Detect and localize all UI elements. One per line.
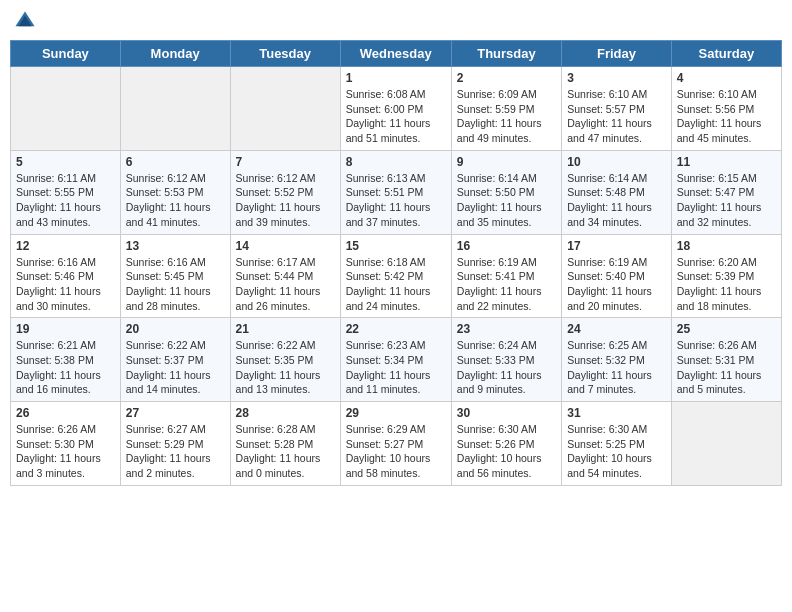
cell-content: Sunrise: 6:22 AM Sunset: 5:35 PM Dayligh… xyxy=(236,338,335,397)
day-header-wednesday: Wednesday xyxy=(340,41,451,67)
calendar-cell: 12Sunrise: 6:16 AM Sunset: 5:46 PM Dayli… xyxy=(11,234,121,318)
calendar-cell: 2Sunrise: 6:09 AM Sunset: 5:59 PM Daylig… xyxy=(451,67,561,151)
calendar-cell xyxy=(120,67,230,151)
calendar-cell: 27Sunrise: 6:27 AM Sunset: 5:29 PM Dayli… xyxy=(120,402,230,486)
day-number: 30 xyxy=(457,406,556,420)
day-number: 15 xyxy=(346,239,446,253)
cell-content: Sunrise: 6:10 AM Sunset: 5:56 PM Dayligh… xyxy=(677,87,776,146)
calendar-cell xyxy=(11,67,121,151)
calendar-cell: 7Sunrise: 6:12 AM Sunset: 5:52 PM Daylig… xyxy=(230,150,340,234)
calendar-week-row: 19Sunrise: 6:21 AM Sunset: 5:38 PM Dayli… xyxy=(11,318,782,402)
calendar-cell: 20Sunrise: 6:22 AM Sunset: 5:37 PM Dayli… xyxy=(120,318,230,402)
calendar-week-row: 26Sunrise: 6:26 AM Sunset: 5:30 PM Dayli… xyxy=(11,402,782,486)
day-header-friday: Friday xyxy=(562,41,672,67)
cell-content: Sunrise: 6:12 AM Sunset: 5:52 PM Dayligh… xyxy=(236,171,335,230)
cell-content: Sunrise: 6:10 AM Sunset: 5:57 PM Dayligh… xyxy=(567,87,666,146)
cell-content: Sunrise: 6:19 AM Sunset: 5:41 PM Dayligh… xyxy=(457,255,556,314)
cell-content: Sunrise: 6:25 AM Sunset: 5:32 PM Dayligh… xyxy=(567,338,666,397)
day-number: 28 xyxy=(236,406,335,420)
calendar-cell: 10Sunrise: 6:14 AM Sunset: 5:48 PM Dayli… xyxy=(562,150,672,234)
day-number: 11 xyxy=(677,155,776,169)
cell-content: Sunrise: 6:09 AM Sunset: 5:59 PM Dayligh… xyxy=(457,87,556,146)
calendar-cell: 24Sunrise: 6:25 AM Sunset: 5:32 PM Dayli… xyxy=(562,318,672,402)
cell-content: Sunrise: 6:21 AM Sunset: 5:38 PM Dayligh… xyxy=(16,338,115,397)
day-number: 10 xyxy=(567,155,666,169)
logo xyxy=(14,10,38,32)
day-number: 31 xyxy=(567,406,666,420)
day-header-sunday: Sunday xyxy=(11,41,121,67)
day-number: 5 xyxy=(16,155,115,169)
calendar-cell: 31Sunrise: 6:30 AM Sunset: 5:25 PM Dayli… xyxy=(562,402,672,486)
day-number: 19 xyxy=(16,322,115,336)
day-number: 23 xyxy=(457,322,556,336)
cell-content: Sunrise: 6:17 AM Sunset: 5:44 PM Dayligh… xyxy=(236,255,335,314)
calendar-cell: 3Sunrise: 6:10 AM Sunset: 5:57 PM Daylig… xyxy=(562,67,672,151)
calendar-cell: 29Sunrise: 6:29 AM Sunset: 5:27 PM Dayli… xyxy=(340,402,451,486)
cell-content: Sunrise: 6:15 AM Sunset: 5:47 PM Dayligh… xyxy=(677,171,776,230)
calendar-cell: 8Sunrise: 6:13 AM Sunset: 5:51 PM Daylig… xyxy=(340,150,451,234)
cell-content: Sunrise: 6:26 AM Sunset: 5:31 PM Dayligh… xyxy=(677,338,776,397)
day-number: 18 xyxy=(677,239,776,253)
day-header-tuesday: Tuesday xyxy=(230,41,340,67)
page-header xyxy=(10,10,782,32)
calendar-cell: 19Sunrise: 6:21 AM Sunset: 5:38 PM Dayli… xyxy=(11,318,121,402)
day-number: 20 xyxy=(126,322,225,336)
day-number: 26 xyxy=(16,406,115,420)
cell-content: Sunrise: 6:19 AM Sunset: 5:40 PM Dayligh… xyxy=(567,255,666,314)
cell-content: Sunrise: 6:30 AM Sunset: 5:25 PM Dayligh… xyxy=(567,422,666,481)
calendar-cell: 26Sunrise: 6:26 AM Sunset: 5:30 PM Dayli… xyxy=(11,402,121,486)
day-number: 13 xyxy=(126,239,225,253)
cell-content: Sunrise: 6:08 AM Sunset: 6:00 PM Dayligh… xyxy=(346,87,446,146)
cell-content: Sunrise: 6:27 AM Sunset: 5:29 PM Dayligh… xyxy=(126,422,225,481)
calendar-cell: 5Sunrise: 6:11 AM Sunset: 5:55 PM Daylig… xyxy=(11,150,121,234)
day-number: 22 xyxy=(346,322,446,336)
day-header-monday: Monday xyxy=(120,41,230,67)
calendar-cell: 23Sunrise: 6:24 AM Sunset: 5:33 PM Dayli… xyxy=(451,318,561,402)
calendar-cell: 22Sunrise: 6:23 AM Sunset: 5:34 PM Dayli… xyxy=(340,318,451,402)
day-number: 12 xyxy=(16,239,115,253)
day-number: 16 xyxy=(457,239,556,253)
calendar-cell: 16Sunrise: 6:19 AM Sunset: 5:41 PM Dayli… xyxy=(451,234,561,318)
cell-content: Sunrise: 6:16 AM Sunset: 5:45 PM Dayligh… xyxy=(126,255,225,314)
cell-content: Sunrise: 6:13 AM Sunset: 5:51 PM Dayligh… xyxy=(346,171,446,230)
day-number: 24 xyxy=(567,322,666,336)
calendar-cell: 21Sunrise: 6:22 AM Sunset: 5:35 PM Dayli… xyxy=(230,318,340,402)
calendar-header-row: SundayMondayTuesdayWednesdayThursdayFrid… xyxy=(11,41,782,67)
cell-content: Sunrise: 6:14 AM Sunset: 5:48 PM Dayligh… xyxy=(567,171,666,230)
calendar-cell: 18Sunrise: 6:20 AM Sunset: 5:39 PM Dayli… xyxy=(671,234,781,318)
cell-content: Sunrise: 6:30 AM Sunset: 5:26 PM Dayligh… xyxy=(457,422,556,481)
calendar-week-row: 1Sunrise: 6:08 AM Sunset: 6:00 PM Daylig… xyxy=(11,67,782,151)
calendar-cell: 15Sunrise: 6:18 AM Sunset: 5:42 PM Dayli… xyxy=(340,234,451,318)
calendar-cell: 1Sunrise: 6:08 AM Sunset: 6:00 PM Daylig… xyxy=(340,67,451,151)
day-number: 17 xyxy=(567,239,666,253)
day-number: 6 xyxy=(126,155,225,169)
day-number: 25 xyxy=(677,322,776,336)
cell-content: Sunrise: 6:18 AM Sunset: 5:42 PM Dayligh… xyxy=(346,255,446,314)
cell-content: Sunrise: 6:14 AM Sunset: 5:50 PM Dayligh… xyxy=(457,171,556,230)
calendar-cell: 30Sunrise: 6:30 AM Sunset: 5:26 PM Dayli… xyxy=(451,402,561,486)
day-number: 29 xyxy=(346,406,446,420)
calendar-cell: 25Sunrise: 6:26 AM Sunset: 5:31 PM Dayli… xyxy=(671,318,781,402)
day-number: 2 xyxy=(457,71,556,85)
calendar-cell: 14Sunrise: 6:17 AM Sunset: 5:44 PM Dayli… xyxy=(230,234,340,318)
cell-content: Sunrise: 6:23 AM Sunset: 5:34 PM Dayligh… xyxy=(346,338,446,397)
cell-content: Sunrise: 6:24 AM Sunset: 5:33 PM Dayligh… xyxy=(457,338,556,397)
day-number: 8 xyxy=(346,155,446,169)
day-number: 7 xyxy=(236,155,335,169)
day-number: 21 xyxy=(236,322,335,336)
calendar-cell: 28Sunrise: 6:28 AM Sunset: 5:28 PM Dayli… xyxy=(230,402,340,486)
cell-content: Sunrise: 6:12 AM Sunset: 5:53 PM Dayligh… xyxy=(126,171,225,230)
calendar-cell: 11Sunrise: 6:15 AM Sunset: 5:47 PM Dayli… xyxy=(671,150,781,234)
calendar-cell: 17Sunrise: 6:19 AM Sunset: 5:40 PM Dayli… xyxy=(562,234,672,318)
cell-content: Sunrise: 6:26 AM Sunset: 5:30 PM Dayligh… xyxy=(16,422,115,481)
calendar-cell: 13Sunrise: 6:16 AM Sunset: 5:45 PM Dayli… xyxy=(120,234,230,318)
day-header-thursday: Thursday xyxy=(451,41,561,67)
day-number: 9 xyxy=(457,155,556,169)
cell-content: Sunrise: 6:20 AM Sunset: 5:39 PM Dayligh… xyxy=(677,255,776,314)
day-number: 1 xyxy=(346,71,446,85)
cell-content: Sunrise: 6:29 AM Sunset: 5:27 PM Dayligh… xyxy=(346,422,446,481)
day-number: 3 xyxy=(567,71,666,85)
day-number: 14 xyxy=(236,239,335,253)
cell-content: Sunrise: 6:28 AM Sunset: 5:28 PM Dayligh… xyxy=(236,422,335,481)
logo-icon xyxy=(14,10,36,32)
